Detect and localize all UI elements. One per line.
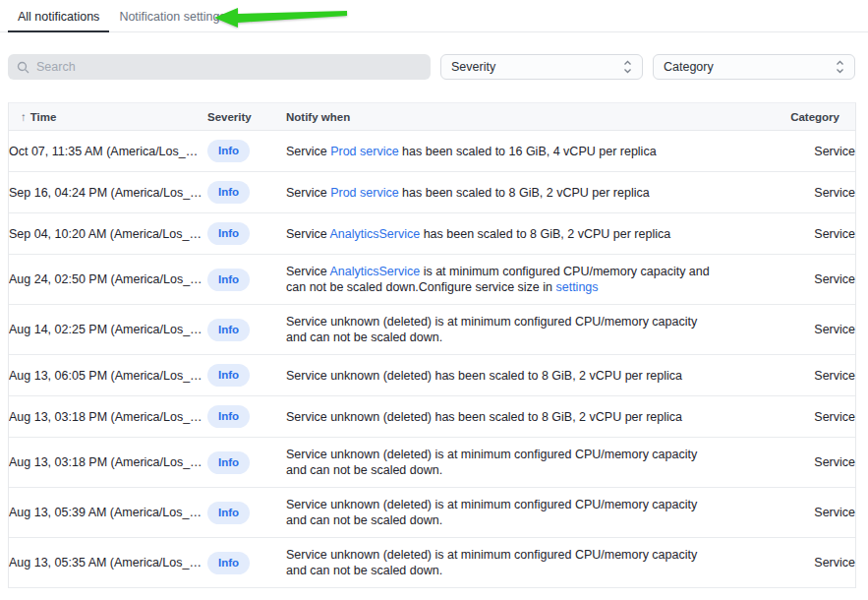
message-text: Service xyxy=(286,186,330,200)
table-header: ↑Time Severity Notify when Category xyxy=(9,103,855,131)
chevron-updown-icon xyxy=(836,60,844,74)
search-input[interactable] xyxy=(36,60,422,74)
row-message: Service unknown (deleted) is at minimum … xyxy=(286,488,747,537)
message-link[interactable]: settings xyxy=(555,280,598,294)
severity-badge: Info xyxy=(207,451,250,474)
column-header-time[interactable]: ↑Time xyxy=(9,111,207,123)
severity-badge: Info xyxy=(207,552,250,574)
severity-badge: Info xyxy=(207,140,250,162)
row-time: Aug 13, 03:18 PM (America/Los_… xyxy=(9,400,207,434)
table-row: Aug 24, 02:50 PM (America/Los_…InfoServi… xyxy=(9,255,855,305)
table-body: Oct 07, 11:35 AM (America/Los_…InfoServi… xyxy=(9,131,855,588)
column-header-category[interactable]: Category xyxy=(747,111,855,123)
row-severity: Info xyxy=(207,131,286,171)
severity-select[interactable]: Severity xyxy=(440,54,643,80)
severity-badge: Info xyxy=(207,269,250,291)
row-severity: Info xyxy=(207,355,286,395)
tab-bar: All notifications Notification settings xyxy=(0,0,868,32)
column-header-time-label: Time xyxy=(30,111,57,123)
column-header-notify-when[interactable]: Notify when xyxy=(286,111,747,123)
row-category: Service xyxy=(747,313,855,346)
severity-badge: Info xyxy=(207,502,250,524)
message-text: Service xyxy=(286,227,329,241)
row-message: Service Prod service has been scaled to … xyxy=(286,135,747,168)
row-message: Service AnalyticsService is at minimum c… xyxy=(286,255,747,304)
row-category: Service xyxy=(747,400,855,434)
row-category: Service xyxy=(747,217,855,251)
severity-badge: Info xyxy=(207,222,250,245)
row-message: Service AnalyticsService has been scaled… xyxy=(286,217,747,251)
table-row: Sep 04, 10:20 AM (America/Los_…InfoServi… xyxy=(9,213,855,255)
row-severity: Info xyxy=(207,213,286,254)
row-time: Aug 24, 02:50 PM (America/Los_… xyxy=(9,263,207,296)
search-icon xyxy=(17,61,29,74)
row-category: Service xyxy=(747,359,855,392)
row-message: Service unknown (deleted) is at minimum … xyxy=(286,438,747,487)
severity-select-label: Severity xyxy=(451,60,495,74)
severity-badge: Info xyxy=(207,181,250,204)
green-arrow-annotation xyxy=(214,7,347,29)
notifications-table: ↑Time Severity Notify when Category Oct … xyxy=(8,102,856,588)
row-time: Sep 04, 10:20 AM (America/Los_… xyxy=(9,217,207,251)
row-category: Service xyxy=(747,135,855,168)
table-row: Aug 13, 03:18 PM (America/Los_…InfoServi… xyxy=(9,396,855,438)
message-text: has been scaled to 16 GiB, 4 vCPU per re… xyxy=(399,145,657,158)
row-category: Service xyxy=(747,546,855,579)
row-category: Service xyxy=(747,176,855,210)
message-text: Service unknown (deleted) is at minimum … xyxy=(286,498,697,527)
row-severity: Info xyxy=(207,443,286,483)
row-severity: Info xyxy=(207,172,286,212)
message-link[interactable]: AnalyticsService xyxy=(329,265,420,278)
message-text: Service xyxy=(286,265,329,278)
search-box[interactable] xyxy=(8,54,431,80)
category-select[interactable]: Category xyxy=(653,54,855,80)
row-category: Service xyxy=(747,446,855,479)
message-text: Service unknown (deleted) has been scale… xyxy=(286,410,682,424)
message-text: Service unknown (deleted) is at minimum … xyxy=(286,315,697,344)
severity-badge: Info xyxy=(207,364,250,387)
message-link[interactable]: AnalyticsService xyxy=(329,227,420,241)
row-severity: Info xyxy=(207,396,286,437)
row-message: Service unknown (deleted) is at minimum … xyxy=(286,538,747,587)
message-link[interactable]: Prod service xyxy=(330,186,398,200)
row-time: Aug 13, 06:05 PM (America/Los_… xyxy=(9,359,207,392)
row-category: Service xyxy=(747,496,855,529)
message-text: Service unknown (deleted) is at minimum … xyxy=(286,448,697,477)
tab-all-notifications[interactable]: All notifications xyxy=(8,0,109,32)
table-row: Aug 13, 05:35 AM (America/Los_…InfoServi… xyxy=(9,538,855,588)
row-message: Service Prod service has been scaled to … xyxy=(286,176,747,210)
row-severity: Info xyxy=(207,493,286,533)
message-link[interactable]: Prod service xyxy=(330,145,398,158)
table-row: Aug 13, 06:05 PM (America/Los_…InfoServi… xyxy=(9,355,855,396)
chevron-updown-icon xyxy=(623,60,632,74)
row-severity: Info xyxy=(207,310,286,350)
row-severity: Info xyxy=(207,543,286,583)
row-time: Aug 14, 02:25 PM (America/Los_… xyxy=(9,313,207,346)
message-text: has been scaled to 8 GiB, 2 vCPU per rep… xyxy=(420,227,670,241)
row-time: Sep 16, 04:24 PM (America/Los_… xyxy=(9,176,207,210)
row-time: Aug 13, 03:18 PM (America/Los_… xyxy=(9,446,207,479)
column-header-severity[interactable]: Severity xyxy=(207,111,286,123)
row-time: Oct 07, 11:35 AM (America/Los_… xyxy=(9,135,207,168)
row-time: Aug 13, 05:39 AM (America/Los_… xyxy=(9,496,207,529)
severity-badge: Info xyxy=(207,405,250,428)
row-severity: Info xyxy=(207,260,286,300)
sort-ascending-icon: ↑ xyxy=(21,111,27,123)
filter-bar: Severity Category xyxy=(8,54,855,80)
message-text: has been scaled to 8 GiB, 2 vCPU per rep… xyxy=(399,186,650,200)
message-text: Service unknown (deleted) has been scale… xyxy=(286,369,682,383)
table-row: Aug 13, 05:39 AM (America/Los_…InfoServi… xyxy=(9,488,855,538)
message-text: Service unknown (deleted) is at minimum … xyxy=(286,548,697,577)
table-row: Aug 14, 02:25 PM (America/Los_…InfoServi… xyxy=(9,305,855,355)
table-row: Oct 07, 11:35 AM (America/Los_…InfoServi… xyxy=(9,131,855,172)
row-message: Service unknown (deleted) has been scale… xyxy=(286,400,747,434)
row-message: Service unknown (deleted) is at minimum … xyxy=(286,305,747,354)
severity-badge: Info xyxy=(207,319,250,341)
row-time: Aug 13, 05:35 AM (America/Los_… xyxy=(9,546,207,579)
message-text: Service xyxy=(286,145,330,158)
table-row: Aug 13, 03:18 PM (America/Los_…InfoServi… xyxy=(9,438,855,488)
table-row: Sep 16, 04:24 PM (America/Los_…InfoServi… xyxy=(9,172,855,213)
row-category: Service xyxy=(747,263,855,296)
row-message: Service unknown (deleted) has been scale… xyxy=(286,359,747,392)
category-select-label: Category xyxy=(664,60,714,74)
